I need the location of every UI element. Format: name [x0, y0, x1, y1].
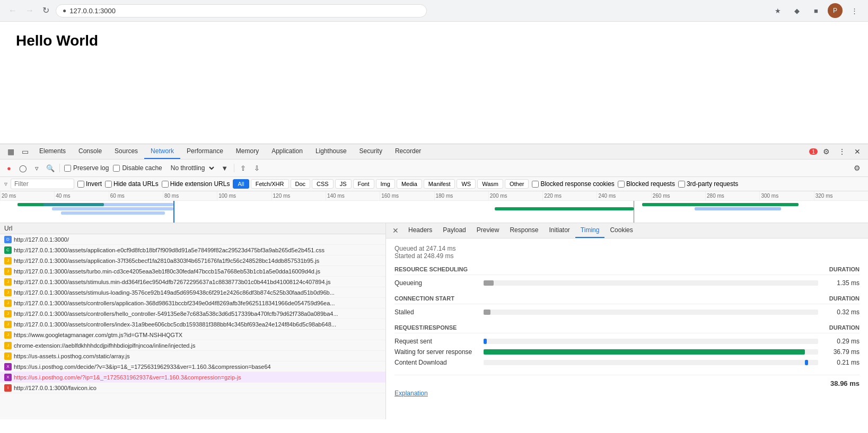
tab-recorder[interactable]: Recorder — [389, 144, 427, 159]
detail-tab-response[interactable]: Response — [504, 223, 543, 238]
extension-icon[interactable]: ◆ — [790, 3, 804, 18]
tab-elements[interactable]: Elements — [33, 144, 72, 159]
request-row[interactable]: I http://127.0.0.1:3000/favicon.ico — [0, 383, 385, 393]
request-row[interactable]: D http://127.0.0.1:3000/ — [0, 234, 385, 245]
hide-extension-urls-label[interactable]: Hide extension URLs — [162, 180, 230, 188]
devtools-device-icon[interactable]: ▭ — [19, 145, 32, 158]
hide-extension-urls-checkbox[interactable] — [162, 181, 169, 188]
tick-14: 280 ms — [705, 191, 759, 200]
throttle-icon[interactable]: ▼ — [220, 163, 230, 173]
clear-button[interactable]: ◯ — [18, 163, 28, 173]
devtools-inspect-icon[interactable]: ▦ — [4, 145, 17, 158]
detail-tab-payload[interactable]: Payload — [437, 223, 471, 238]
request-row[interactable]: J http://127.0.0.1:3000/assets/controlle… — [0, 319, 385, 330]
tab-lighthouse[interactable]: Lighthouse — [309, 144, 353, 159]
blocked-cookies-label[interactable]: Blocked response cookies — [532, 180, 614, 188]
filter-doc[interactable]: Doc — [291, 179, 311, 189]
invert-checkbox[interactable] — [77, 181, 84, 188]
forward-button[interactable]: → — [23, 4, 36, 17]
tab-security[interactable]: Security — [353, 144, 389, 159]
request-row[interactable]: J http://127.0.0.1:3000/assets/stimulus-… — [0, 287, 385, 298]
menu-icon[interactable]: ⋮ — [847, 3, 862, 18]
settings-icon[interactable]: ⚙ — [820, 145, 833, 158]
request-row[interactable]: J http://127.0.0.1:3000/assets/controlle… — [0, 298, 385, 308]
back-button[interactable]: ← — [6, 4, 19, 17]
filter-fetch-xhr[interactable]: Fetch/XHR — [251, 179, 289, 189]
reload-button[interactable]: ↻ — [40, 4, 51, 17]
request-row[interactable]: J http://127.0.0.1:3000/assets/turbo.min… — [0, 266, 385, 277]
filter-font[interactable]: Font — [353, 179, 374, 189]
blocked-cookies-checkbox[interactable] — [532, 181, 539, 188]
filter-css[interactable]: CSS — [312, 179, 334, 189]
request-row[interactable]: J http://127.0.0.1:3000/assets/controlle… — [0, 308, 385, 319]
tab-console[interactable]: Console — [72, 144, 108, 159]
tab-network[interactable]: Network — [144, 144, 180, 159]
detail-tab-preview[interactable]: Preview — [471, 223, 505, 238]
filter-all[interactable]: All — [233, 179, 249, 189]
preserve-log-label[interactable]: Preserve log — [64, 164, 109, 172]
address-bar[interactable]: ● 127.0.0.1:3000 — [56, 4, 427, 17]
filter-js[interactable]: JS — [335, 179, 352, 189]
detail-close-button[interactable]: ✕ — [390, 224, 401, 237]
hide-data-urls-checkbox[interactable] — [105, 181, 112, 188]
detail-tab-initiator[interactable]: Initiator — [543, 223, 575, 238]
disable-cache-label[interactable]: Disable cache — [113, 164, 162, 172]
preserve-log-checkbox[interactable] — [64, 165, 71, 172]
import-icon[interactable]: ⇧ — [239, 163, 248, 173]
filter-manifest[interactable]: Manifest — [424, 179, 455, 189]
request-row[interactable]: J https://www.googletagmanager.com/gtm.j… — [0, 330, 385, 340]
invert-label[interactable]: Invert — [77, 180, 102, 188]
filter-media[interactable]: Media — [397, 179, 422, 189]
request-row[interactable]: X https://us.i.posthog.com/decide/?v=3&i… — [0, 361, 385, 372]
filter-wasm[interactable]: Wasm — [477, 179, 503, 189]
filter-ws[interactable]: WS — [457, 179, 476, 189]
star-icon[interactable]: ★ — [770, 3, 785, 18]
throttle-select[interactable]: No throttling — [166, 163, 216, 173]
blocked-requests-checkbox[interactable] — [618, 181, 625, 188]
preserve-log-text: Preserve log — [73, 164, 109, 172]
filter-other[interactable]: Other — [505, 179, 529, 189]
tab-memory[interactable]: Memory — [230, 144, 265, 159]
request-url: https://us.i.posthog.com/decide/?v=3&ip=… — [14, 364, 381, 370]
network-settings-icon[interactable]: ⚙ — [851, 162, 864, 174]
request-icon-js: J — [4, 278, 12, 286]
blocked-requests-label[interactable]: Blocked requests — [618, 180, 675, 188]
stalled-duration: 0.32 ms — [822, 308, 860, 316]
record-button[interactable]: ● — [4, 163, 14, 173]
third-party-checkbox[interactable] — [678, 181, 685, 188]
tick-4: 80 ms — [163, 191, 217, 200]
request-sent-bar-container — [484, 339, 818, 344]
search-button[interactable]: 🔍 — [46, 163, 55, 173]
explanation-link[interactable]: Explanation — [394, 390, 428, 397]
disable-cache-checkbox[interactable] — [113, 165, 120, 172]
request-row[interactable]: J http://127.0.0.1:3000/assets/stimulus.… — [0, 277, 385, 287]
tab-sources[interactable]: Sources — [108, 144, 144, 159]
timeline-bar-4 — [61, 211, 165, 215]
close-devtools-icon[interactable]: ✕ — [851, 145, 864, 158]
request-row-selected[interactable]: X https://us.i.posthog.com/e/?ip=1&_=172… — [0, 372, 385, 383]
tab-performance[interactable]: Performance — [180, 144, 230, 159]
filter-toggle[interactable]: ▿ — [32, 163, 41, 173]
detail-tab-timing[interactable]: Timing — [575, 223, 605, 238]
timeline-bar-3 — [52, 207, 173, 210]
timeline-container[interactable]: 20 ms 40 ms 60 ms 80 ms 100 ms 120 ms 14… — [0, 191, 868, 223]
avatar[interactable]: P — [828, 3, 843, 18]
request-row[interactable]: C http://127.0.0.1:3000/assets/applicati… — [0, 245, 385, 255]
hide-data-urls-text: Hide data URLs — [113, 180, 159, 188]
export-icon[interactable]: ⇩ — [252, 163, 262, 173]
extensions-icon[interactable]: ■ — [809, 3, 823, 18]
request-row[interactable]: J https://us-assets.i.posthog.com/static… — [0, 351, 385, 361]
filter-img[interactable]: Img — [376, 179, 395, 189]
request-row[interactable]: J http://127.0.0.1:3000/assets/applicati… — [0, 255, 385, 266]
third-party-label[interactable]: 3rd-party requests — [678, 180, 738, 188]
tab-application[interactable]: Application — [265, 144, 309, 159]
request-icon-js: J — [4, 321, 12, 328]
request-row[interactable]: J chrome-extension://aeblfdkhhhdcdjpifhh… — [0, 340, 385, 351]
waiting-bar — [484, 349, 805, 355]
tick-8: 160 ms — [380, 191, 434, 200]
detail-tab-cookies[interactable]: Cookies — [604, 223, 638, 238]
more-options-icon[interactable]: ⋮ — [835, 145, 849, 158]
filter-input[interactable] — [11, 179, 74, 189]
detail-tab-headers[interactable]: Headers — [403, 223, 437, 238]
hide-data-urls-label[interactable]: Hide data URLs — [105, 180, 159, 188]
